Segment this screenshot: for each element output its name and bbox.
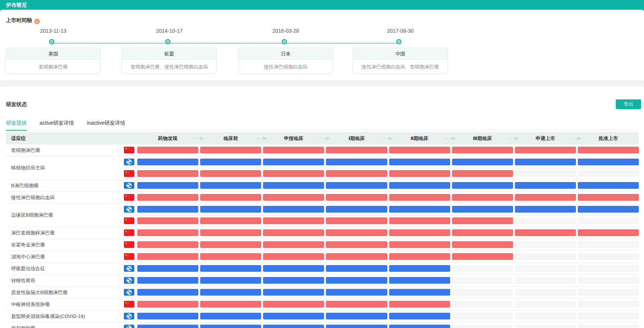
stage-bar-filled — [326, 253, 387, 260]
stage-arrow-icon — [507, 136, 520, 141]
stage-bar-filled — [263, 217, 324, 224]
stage-bar-filled — [200, 194, 261, 201]
stage-bar-filled — [137, 301, 198, 308]
stage-bar-filled — [578, 159, 639, 165]
drug-title: 伊布替尼 — [6, 0, 27, 10]
pipeline-track-global — [6, 180, 639, 191]
stage-header: 申请上市 — [515, 132, 576, 144]
stage-arrow-icon — [570, 136, 583, 141]
timeline-marker-icon — [283, 40, 286, 43]
indication-label: 原发性纵隔大B细胞淋巴瘤 — [11, 289, 68, 296]
region-label: 日本 — [238, 48, 333, 60]
stage-bar-filled — [452, 194, 513, 201]
rnd-status-panel: 研发状态 导出 研发现状 active研发详情 inactive研发详情 适应症… — [0, 86, 644, 328]
china-flag-icon — [124, 194, 134, 201]
stage-bar-filled — [200, 277, 261, 284]
stage-bar-filled — [326, 194, 387, 201]
stage-bar-filled — [326, 289, 387, 296]
stage-bar-filled — [515, 147, 576, 153]
pipeline-track-china — [6, 144, 639, 156]
launch-timeline-panel: 上市时间轴i 2013-11-13 2014-10-17 2016-03-28 … — [0, 10, 644, 80]
timeline-marker-icon — [397, 40, 400, 43]
stage-bar-empty — [578, 277, 639, 284]
stage-header: Ⅱ期临床 — [389, 132, 450, 144]
stage-bar-filled — [515, 194, 576, 201]
china-flag-icon — [124, 170, 134, 177]
stage-header: 临床前 — [200, 132, 261, 144]
stage-bar-filled — [389, 182, 450, 189]
stage-bar-filled — [515, 206, 576, 213]
stage-bar-filled — [263, 313, 324, 319]
tab-active-details[interactable]: active研发详情 — [39, 118, 74, 131]
stage-bar-filled — [389, 241, 450, 248]
china-flag-icon — [124, 301, 134, 308]
approved-indications: 慢性淋巴细胞白血病 — [238, 60, 333, 74]
timeline-card-cn: 中国 慢性淋巴细胞白血病、套细胞淋巴瘤 — [353, 48, 448, 74]
stage-bar-filled — [200, 325, 261, 328]
pipeline-track-china — [6, 215, 639, 227]
indication-label: 移植物抗宿主病 — [11, 165, 45, 171]
stage-header: 批准上市 — [578, 132, 639, 144]
info-icon[interactable]: i — [34, 19, 40, 24]
timeline-date: 2013-11-13 — [27, 28, 79, 34]
tab-current-status[interactable]: 研发现状 — [6, 118, 27, 131]
stage-bar-empty — [515, 265, 576, 272]
pipeline-track-global — [6, 311, 639, 322]
indication-label: 慢性淋巴细胞白血病 — [11, 194, 55, 201]
stage-bar-filled — [326, 325, 387, 328]
stage-bar-filled — [389, 194, 450, 201]
stage-bar-filled — [137, 159, 198, 165]
table-row: 中枢神经系统肿瘤 — [6, 298, 639, 310]
pipeline-track-global — [6, 275, 639, 286]
pipeline-track-global — [6, 156, 639, 168]
stage-arrow-icon — [445, 136, 457, 141]
stage-bar-filled — [389, 229, 450, 236]
stage-bar-filled — [137, 217, 198, 224]
stage-bar-filled — [452, 182, 513, 189]
stage-bar-filled — [200, 241, 261, 248]
stage-bar-filled — [326, 147, 387, 153]
table-row: 呼吸窘迫综合征 — [6, 262, 639, 274]
stage-bar-empty — [515, 313, 576, 319]
stage-bar-filled — [263, 241, 324, 248]
stage-bar-empty — [578, 170, 639, 177]
stage-bar-empty — [515, 241, 576, 248]
stage-bar-filled — [137, 241, 198, 248]
rnd-table-body: 套细胞淋巴瘤 移植物抗宿主病 B淋巴细胞瘤 — [6, 144, 639, 328]
stage-bar-empty — [452, 313, 513, 319]
rnd-tabs: 研发现状 active研发详情 inactive研发详情 — [6, 118, 639, 131]
timeline-line — [53, 43, 400, 44]
table-row: 滤泡中心淋巴瘤 — [6, 251, 639, 262]
stage-bar-empty — [578, 253, 639, 260]
rnd-section-title: 研发状态 — [6, 101, 27, 108]
globe-icon — [124, 206, 134, 213]
stage-bar-filled — [137, 325, 198, 328]
stage-bar-filled — [263, 159, 324, 165]
pipeline-track-china — [6, 227, 639, 239]
pipeline-track-china — [6, 251, 639, 262]
pipeline-track-global — [6, 204, 639, 215]
stage-arrow-icon — [193, 136, 206, 141]
pipeline-track-global — [6, 263, 639, 274]
stage-bar-filled — [263, 301, 324, 308]
stage-bar-filled — [452, 159, 513, 165]
approved-indications: 慢性淋巴细胞白血病、套细胞淋巴瘤 — [353, 60, 448, 74]
stage-bar-empty — [515, 325, 576, 328]
export-button[interactable]: 导出 — [616, 99, 641, 109]
stage-bar-filled — [326, 217, 387, 224]
table-row: 新型肺炎冠状病毒感染(COVID-19) — [6, 310, 639, 322]
tab-inactive-details[interactable]: inactive研发详情 — [87, 118, 125, 131]
stage-arrow-icon — [319, 136, 331, 141]
globe-icon — [124, 159, 134, 165]
stage-bar-empty — [515, 289, 576, 296]
stage-bar-filled — [137, 265, 198, 272]
stage-arrow-icon — [382, 136, 394, 141]
stage-bar-filled — [578, 182, 639, 189]
timeline-marker-icon — [166, 40, 169, 43]
stage-bar-filled — [578, 194, 639, 201]
indication-label: 新型肺炎冠状病毒感染(COVID-19) — [11, 313, 85, 320]
stage-bar-empty — [452, 265, 513, 272]
china-flag-icon — [124, 229, 134, 236]
indication-column-header: 适应症 — [11, 132, 26, 144]
stage-bar-empty — [452, 325, 513, 328]
